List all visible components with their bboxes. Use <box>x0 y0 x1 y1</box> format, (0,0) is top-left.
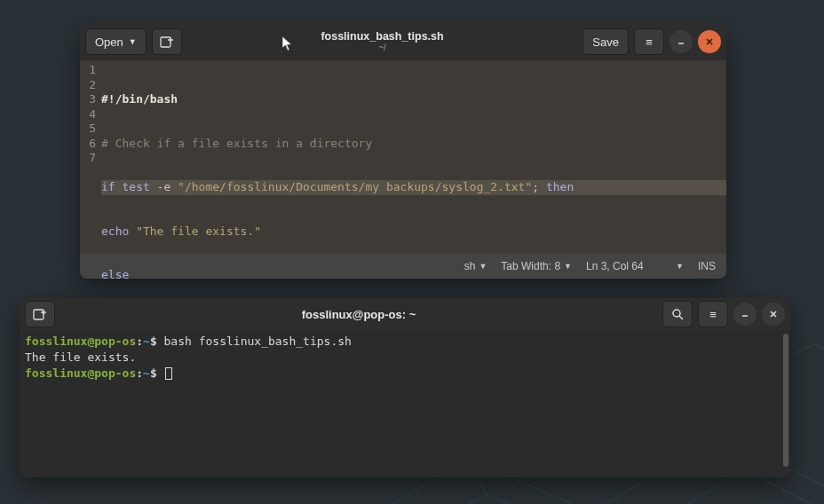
line-number: 3 <box>80 92 96 107</box>
new-terminal-tab-button[interactable] <box>25 301 55 327</box>
chevron-down-icon: ▼ <box>129 37 137 46</box>
minimize-icon <box>677 37 685 46</box>
svg-rect-6 <box>34 310 44 319</box>
terminal-cursor <box>165 367 172 380</box>
open-label: Open <box>95 35 123 49</box>
save-button[interactable]: Save <box>582 28 629 55</box>
svg-rect-0 <box>161 37 170 47</box>
svg-point-9 <box>673 310 680 317</box>
terminal-close-button[interactable] <box>762 303 785 326</box>
search-icon <box>671 308 684 320</box>
line-number: 6 <box>80 137 96 152</box>
prompt-sep: : <box>136 366 143 380</box>
prompt-dollar: $ <box>150 366 157 380</box>
terminal-output[interactable]: fosslinux@pop-os:~$ bash fosslinux_bash_… <box>20 330 781 477</box>
svg-line-10 <box>679 316 683 319</box>
prompt-dollar: $ <box>150 335 157 348</box>
prompt-user: fosslinux@pop-os <box>25 366 136 380</box>
open-button[interactable]: Open ▼ <box>85 28 147 55</box>
new-tab-icon <box>33 308 47 320</box>
terminal-command: bash fosslinux_bash_tips.sh <box>164 335 352 348</box>
terminal-minimize-button[interactable] <box>733 303 757 326</box>
text-editor-window: Open ▼ fosslinux_bash_tips.sh ~/ Save ≡ <box>80 23 726 279</box>
line-number: 5 <box>80 122 96 137</box>
line-number-gutter: 1 2 3 4 5 6 7 <box>80 60 99 254</box>
token-else: else <box>101 268 129 279</box>
terminal-window-controls <box>733 303 785 326</box>
window-controls <box>670 30 721 53</box>
new-tab-button[interactable] <box>152 28 182 55</box>
token-shebang: #!/bin/bash <box>101 92 178 106</box>
terminal-title: fosslinux@pop-os: ~ <box>60 308 657 321</box>
new-document-icon <box>160 35 174 48</box>
token-if: if <box>101 180 115 193</box>
terminal-headerbar: fosslinux@pop-os: ~ ≡ <box>20 298 790 330</box>
terminal-window: fosslinux@pop-os: ~ ≡ fosslinux@pop-os:~… <box>20 298 790 477</box>
hamburger-icon: ≡ <box>646 35 653 49</box>
close-icon <box>769 310 778 319</box>
editor-headerbar: Open ▼ fosslinux_bash_tips.sh ~/ Save ≡ <box>80 23 726 60</box>
line-number: 4 <box>80 107 96 122</box>
prompt-sep: : <box>136 335 143 348</box>
prompt-user: fosslinux@pop-os <box>25 335 136 348</box>
token-test: test <box>122 180 149 193</box>
token-exists-string: "The file exists." <box>136 224 261 238</box>
prompt-path: ~ <box>143 335 150 348</box>
terminal-output-line: The file exists. <box>25 350 136 364</box>
token-path-string: "/home/fosslinux/Documents/my backups/sy… <box>178 180 532 193</box>
terminal-body: fosslinux@pop-os:~$ bash fosslinux_bash_… <box>20 330 790 477</box>
editor-title: fosslinux_bash_tips.sh ~/ <box>187 31 578 53</box>
close-button[interactable] <box>698 30 721 53</box>
token-flag: -e <box>157 180 171 193</box>
filepath-label: ~/ <box>378 43 386 52</box>
terminal-scrollbar[interactable] <box>781 330 790 477</box>
token-echo: echo <box>101 224 129 238</box>
search-button[interactable] <box>662 301 693 327</box>
filename-label: fosslinux_bash_tips.sh <box>321 31 443 43</box>
token-comment: # Check if a file exists in a directory <box>101 137 372 150</box>
line-number: 2 <box>80 78 96 93</box>
hamburger-icon: ≡ <box>709 308 717 321</box>
line-number: 7 <box>80 151 96 166</box>
token-semicolon: ; <box>532 180 539 193</box>
minimize-button[interactable] <box>670 30 693 53</box>
prompt-path: ~ <box>143 366 150 380</box>
editor-body: 1 2 3 4 5 6 7 #!/bin/bash # Check if a f… <box>80 60 726 254</box>
scrollbar-thumb[interactable] <box>783 334 788 467</box>
minimize-icon <box>741 310 749 319</box>
token-then: then <box>546 180 574 193</box>
line-number: 1 <box>80 63 96 78</box>
code-area[interactable]: #!/bin/bash # Check if a file exists in … <box>99 60 726 254</box>
terminal-menu-button[interactable]: ≡ <box>698 301 728 327</box>
close-icon <box>705 37 714 46</box>
hamburger-menu-button[interactable]: ≡ <box>634 28 664 55</box>
